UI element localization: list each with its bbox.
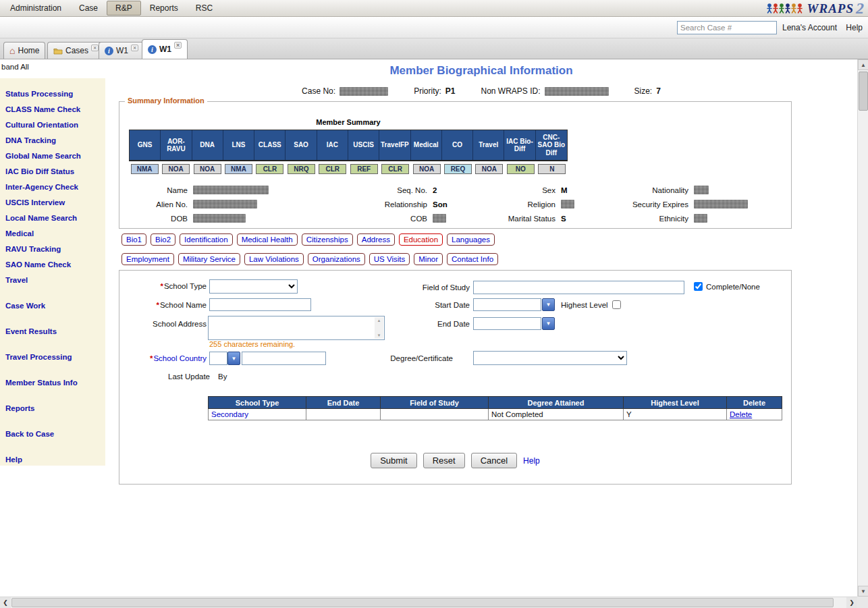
sidebar-item-cultural-orientation[interactable]: Cultural Orientation	[5, 117, 105, 133]
tab-minor[interactable]: Minor	[414, 253, 443, 265]
education-form: *School Type Field of Study Complete/Non…	[119, 270, 792, 485]
tab-citizenships[interactable]: Citizenships	[302, 233, 353, 246]
vertical-scrollbar[interactable]: ▲ ▼	[857, 59, 868, 597]
school-country-dropdown-icon[interactable]: ▼	[227, 352, 240, 365]
tab-bio2[interactable]: Bio2	[151, 233, 175, 246]
tab-w1-1[interactable]: i W1 ×	[99, 42, 144, 59]
end-date-calendar-dropdown-icon[interactable]: ▼	[542, 317, 555, 330]
menu-case[interactable]: Case	[70, 1, 107, 16]
menu-reports[interactable]: Reports	[141, 1, 187, 16]
close-icon[interactable]: ×	[91, 45, 99, 51]
menu-rp[interactable]: R&P	[107, 1, 141, 16]
sidebar-item-dna-tracking[interactable]: DNA Tracking	[5, 133, 105, 148]
complete-none-checkbox[interactable]	[694, 282, 703, 291]
member-summary-title: Member Summary	[129, 118, 568, 126]
sidebar-item-help[interactable]: Help	[5, 452, 105, 468]
school-country-label-text: School Country	[153, 354, 207, 362]
cancel-button[interactable]: Cancel	[471, 453, 517, 468]
sidebar-item-uscis-interview[interactable]: USCIS Interview	[5, 195, 105, 211]
school-address-textarea[interactable]	[209, 316, 384, 339]
tab-languages[interactable]: Languages	[447, 233, 495, 246]
sidebar-item-inter-agency-check[interactable]: Inter-Agency Check	[5, 179, 105, 195]
sidebar-item-iac-bio-diff-status[interactable]: IAC Bio Diff Status	[5, 164, 105, 179]
start-date-calendar-dropdown-icon[interactable]: ▼	[542, 298, 555, 311]
highest-level-checkbox[interactable]	[612, 300, 621, 309]
tab-military-service[interactable]: Military Service	[178, 253, 240, 265]
brand-number: 2	[856, 0, 864, 18]
close-icon[interactable]: ×	[131, 45, 138, 51]
tab-medical-health[interactable]: Medical Health	[237, 233, 298, 246]
end-date-input[interactable]	[473, 317, 541, 330]
scroll-up-arrow-icon[interactable]: ▲	[858, 59, 868, 70]
sidebar-item-local-name-search[interactable]: Local Name Search	[5, 211, 105, 226]
scroll-right-arrow-icon[interactable]: ❯	[846, 597, 857, 608]
sidebar-item-case-work[interactable]: Case Work	[5, 298, 105, 314]
tab-contact-info[interactable]: Contact Info	[447, 253, 498, 265]
required-marker: *	[156, 301, 159, 309]
tab-home[interactable]: ⌂ Home	[3, 42, 45, 59]
wraps-logo: WRAPS 2	[766, 0, 864, 17]
tab-employment[interactable]: Employment	[121, 253, 174, 265]
field-of-study-cell	[381, 409, 489, 420]
topbar-help-link[interactable]: Help	[846, 23, 863, 32]
form-help-link[interactable]: Help	[523, 456, 540, 466]
school-name-input[interactable]	[209, 298, 311, 311]
sidebar-item-reports[interactable]: Reports	[5, 401, 105, 416]
tab-address[interactable]: Address	[357, 233, 395, 246]
status-badge: N	[538, 164, 566, 174]
tab-bio1[interactable]: Bio1	[121, 233, 146, 246]
tab-organizations[interactable]: Organizations	[308, 253, 365, 265]
tab-law-violations[interactable]: Law Violations	[244, 253, 304, 265]
start-date-input[interactable]	[473, 298, 541, 311]
seq-no-label: Seq. No.	[315, 183, 433, 197]
sidebar-item-status-processing[interactable]: Status Processing	[5, 86, 105, 102]
sidebar-item-travel[interactable]: Travel	[5, 273, 105, 288]
horizontal-scroll-thumb[interactable]	[11, 598, 834, 607]
sidebar-item-back-to-case[interactable]: Back to Case	[5, 426, 105, 442]
tab-w1-2[interactable]: i W1 ×	[142, 39, 188, 59]
alien-no-label: Alien No.	[119, 197, 193, 211]
close-icon[interactable]: ×	[174, 42, 182, 49]
school-type-select[interactable]	[209, 279, 298, 294]
scroll-up-icon[interactable]: ▲	[377, 319, 381, 323]
school-type-cell-link[interactable]: Secondary	[209, 409, 306, 420]
tab-identification[interactable]: Identification	[180, 233, 233, 246]
field-of-study-label: Field of Study	[383, 281, 470, 294]
cob-label: COB	[315, 211, 433, 225]
summary-col-uscis: USCIS	[348, 130, 379, 160]
sidebar-item-ravu-tracking[interactable]: RAVU Tracking	[5, 242, 105, 257]
degree-certificate-select[interactable]	[473, 351, 627, 365]
sidebar-item-class-name-check[interactable]: CLASS Name Check	[5, 102, 105, 117]
summary-legend: Summary Information	[125, 96, 207, 105]
highest-level-label-text: Highest Level	[561, 301, 608, 309]
sidebar-item-medical[interactable]: Medical	[5, 226, 105, 242]
sidebar-item-sao-name-check[interactable]: SAO Name Check	[5, 257, 105, 273]
summary-col-cnc-sao-bio-diff: CNC-SAO Bio Diff	[536, 130, 567, 160]
col-header-school-type: School Type	[209, 397, 306, 409]
menu-administration[interactable]: Administration	[1, 1, 70, 16]
expand-all-link[interactable]: band All	[1, 63, 29, 71]
reset-button[interactable]: Reset	[423, 453, 465, 468]
submit-button[interactable]: Submit	[371, 453, 416, 468]
account-link[interactable]: Lena's Account	[782, 23, 837, 32]
sidebar-item-global-name-search[interactable]: Global Name Search	[5, 148, 105, 164]
scroll-down-arrow-icon[interactable]: ▼	[858, 586, 868, 597]
horizontal-scrollbar[interactable]: ❮ ❯	[0, 597, 857, 608]
delete-link[interactable]: Delete	[727, 409, 782, 420]
sidebar-item-member-status-info[interactable]: Member Status Info	[5, 375, 105, 391]
sidebar-item-travel-processing[interactable]: Travel Processing	[5, 350, 105, 365]
highest-level-cell: Y	[624, 409, 727, 420]
search-case-input[interactable]	[677, 21, 777, 34]
school-country-label: *School Country	[119, 352, 207, 365]
sidebar-item-event-results[interactable]: Event Results	[5, 324, 105, 339]
menu-rsc[interactable]: RSC	[187, 1, 221, 16]
school-country-input[interactable]	[242, 352, 326, 365]
school-country-code-box[interactable]	[209, 352, 227, 365]
vertical-scroll-thumb[interactable]	[859, 72, 868, 111]
tab-education[interactable]: Education	[399, 233, 443, 246]
tab-us-visits[interactable]: US Visits	[369, 253, 410, 265]
field-of-study-input[interactable]	[473, 281, 684, 294]
scroll-down-icon[interactable]: ▼	[377, 333, 381, 337]
scroll-left-arrow-icon[interactable]: ❮	[0, 597, 11, 608]
tab-cases[interactable]: Cases ×	[47, 42, 105, 59]
